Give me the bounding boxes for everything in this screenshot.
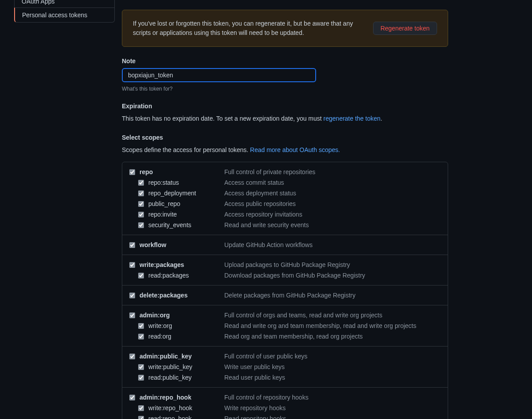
regenerate-token-button[interactable]: Regenerate token bbox=[373, 22, 437, 35]
alert-text: If you've lost or forgotten this token, … bbox=[133, 19, 373, 38]
scope-description: Read repository hooks bbox=[224, 415, 286, 419]
scope-name: admin:repo_hook bbox=[140, 394, 191, 401]
scope-row: read:repo_hookRead repository hooks bbox=[129, 413, 441, 419]
scope-description: Write repository hooks bbox=[224, 404, 286, 411]
scope-name: read:repo_hook bbox=[148, 415, 192, 419]
expiration-text: This token has no expiration date. To se… bbox=[122, 114, 448, 123]
scope-row: repo:inviteAccess repository invitations bbox=[129, 209, 441, 220]
scope-name: delete:packages bbox=[140, 292, 188, 299]
note-input[interactable] bbox=[122, 68, 316, 82]
scope-checkbox[interactable] bbox=[138, 201, 144, 207]
scope-row: admin:orgFull control of orgs and teams,… bbox=[129, 310, 441, 320]
scope-name: admin:org bbox=[140, 312, 170, 319]
scope-group: repoFull control of private repositories… bbox=[122, 162, 448, 235]
expiration-text-post: . bbox=[381, 115, 382, 122]
scope-name: write:org bbox=[148, 322, 172, 329]
scope-checkbox[interactable] bbox=[138, 212, 144, 217]
note-hint: What's this token for? bbox=[122, 86, 448, 92]
scope-description: Write user public keys bbox=[224, 363, 285, 370]
regenerate-token-link[interactable]: regenerate the token bbox=[324, 115, 381, 122]
scope-name: read:public_key bbox=[148, 374, 192, 381]
scope-checkbox[interactable] bbox=[138, 416, 144, 419]
scope-row: admin:repo_hookFull control of repositor… bbox=[129, 392, 441, 403]
scope-group: write:packagesUpload packages to GitHub … bbox=[122, 255, 448, 286]
scope-checkbox[interactable] bbox=[138, 323, 144, 329]
scope-name: write:repo_hook bbox=[148, 404, 192, 411]
scope-name: repo_deployment bbox=[148, 190, 196, 197]
scope-checkbox[interactable] bbox=[129, 262, 135, 268]
sidebar-item-personal-access-tokens[interactable]: Personal access tokens bbox=[14, 8, 115, 23]
expiration-text-pre: This token has no expiration date. To se… bbox=[122, 115, 324, 122]
scopes-label: Select scopes bbox=[122, 134, 448, 141]
scope-checkbox[interactable] bbox=[129, 395, 135, 400]
oauth-scopes-link[interactable]: Read more about OAuth scopes. bbox=[250, 146, 340, 153]
scope-row: write:repo_hookWrite repository hooks bbox=[129, 403, 441, 413]
scope-group: delete:packagesDelete packages from GitH… bbox=[122, 286, 448, 305]
scope-checkbox[interactable] bbox=[138, 405, 144, 411]
scope-checkbox[interactable] bbox=[138, 180, 144, 186]
scope-name: workflow bbox=[140, 241, 166, 248]
sidebar-item-oauth-apps[interactable]: OAuth Apps bbox=[14, 0, 115, 8]
scope-description: Read and write security events bbox=[224, 221, 309, 229]
scope-group: workflowUpdate GitHub Action workflows bbox=[122, 235, 448, 255]
scope-checkbox[interactable] bbox=[129, 312, 135, 318]
note-label: Note bbox=[122, 57, 448, 65]
scope-name: repo:status bbox=[148, 179, 179, 186]
scopes-desc-pre: Scopes define the access for personal to… bbox=[122, 146, 250, 153]
scope-checkbox[interactable] bbox=[138, 375, 144, 381]
scope-description: Full control of repository hooks bbox=[224, 394, 309, 401]
scope-checkbox[interactable] bbox=[138, 334, 144, 339]
scope-row: read:orgRead org and team membership, re… bbox=[129, 331, 441, 342]
scope-checkbox[interactable] bbox=[129, 242, 135, 248]
scope-description: Read org and team membership, read org p… bbox=[224, 333, 363, 340]
scope-row: workflowUpdate GitHub Action workflows bbox=[129, 240, 441, 250]
scope-row: delete:packagesDelete packages from GitH… bbox=[129, 290, 441, 301]
scope-checkbox[interactable] bbox=[129, 293, 135, 298]
scope-description: Read user public keys bbox=[224, 374, 285, 381]
scope-description: Download packages from GitHub Package Re… bbox=[224, 272, 365, 279]
scope-row: repoFull control of private repositories bbox=[129, 167, 441, 177]
scope-description: Access repository invitations bbox=[224, 211, 302, 218]
scope-name: read:packages bbox=[148, 272, 189, 279]
scopes-desc: Scopes define the access for personal to… bbox=[122, 145, 448, 155]
scope-name: security_events bbox=[148, 221, 191, 229]
sidebar-item-label: Personal access tokens bbox=[22, 11, 87, 19]
scope-description: Full control of orgs and teams, read and… bbox=[224, 312, 382, 319]
scope-name: repo:invite bbox=[148, 211, 177, 218]
regenerate-alert: If you've lost or forgotten this token, … bbox=[122, 10, 448, 47]
scope-row: read:packagesDownload packages from GitH… bbox=[129, 270, 441, 281]
scope-row: repo:statusAccess commit status bbox=[129, 177, 441, 188]
scope-checkbox[interactable] bbox=[129, 169, 135, 175]
scope-checkbox[interactable] bbox=[129, 354, 135, 359]
scope-name: public_repo bbox=[148, 200, 180, 207]
scope-row: repo_deploymentAccess deployment status bbox=[129, 188, 441, 198]
scope-description: Access public repositories bbox=[224, 200, 296, 207]
scope-name: repo bbox=[140, 168, 153, 175]
scope-group: admin:public_keyFull control of user pub… bbox=[122, 347, 448, 388]
scope-description: Full control of private repositories bbox=[224, 168, 315, 175]
scope-description: Upload packages to GitHub Package Regist… bbox=[224, 261, 350, 268]
scope-checkbox[interactable] bbox=[138, 364, 144, 370]
scope-checkbox[interactable] bbox=[138, 273, 144, 278]
scope-name: write:public_key bbox=[148, 363, 192, 370]
scope-name: write:packages bbox=[140, 261, 184, 268]
scope-checkbox[interactable] bbox=[138, 222, 144, 228]
scope-row: write:orgRead and write org and team mem… bbox=[129, 320, 441, 331]
scope-name: admin:public_key bbox=[140, 353, 192, 360]
scope-description: Update GitHub Action workflows bbox=[224, 241, 313, 248]
scopes-list: repoFull control of private repositories… bbox=[122, 162, 448, 419]
scope-row: read:public_keyRead user public keys bbox=[129, 372, 441, 383]
expiration-section: Expiration This token has no expiration … bbox=[122, 103, 448, 123]
scope-row: write:public_keyWrite user public keys bbox=[129, 362, 441, 372]
scope-description: Access commit status bbox=[224, 179, 284, 186]
scope-row: write:packagesUpload packages to GitHub … bbox=[129, 259, 441, 270]
expiration-label: Expiration bbox=[122, 103, 448, 110]
scope-name: read:org bbox=[148, 333, 171, 340]
scope-description: Full control of user public keys bbox=[224, 353, 307, 360]
sidebar-item-label: OAuth Apps bbox=[22, 0, 55, 5]
scope-description: Access deployment status bbox=[224, 190, 296, 197]
scope-group: admin:repo_hookFull control of repositor… bbox=[122, 388, 448, 419]
scope-checkbox[interactable] bbox=[138, 190, 144, 196]
scope-description: Delete packages from GitHub Package Regi… bbox=[224, 292, 355, 299]
scope-row: security_eventsRead and write security e… bbox=[129, 220, 441, 230]
